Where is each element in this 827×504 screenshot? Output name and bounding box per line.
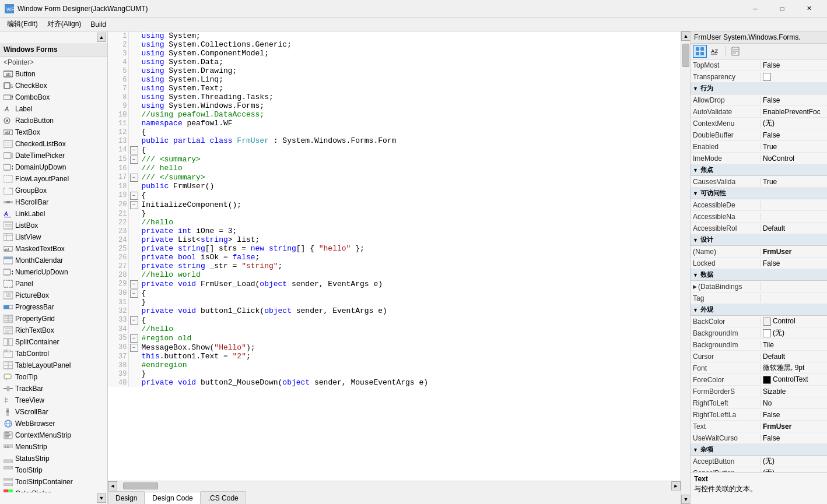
category-design[interactable]: ▼ 设计	[691, 234, 827, 246]
expand-collapse-button[interactable]: −	[130, 174, 138, 182]
category-behavior[interactable]: ▼ 行为	[691, 83, 827, 94]
prop-val-accessiblerole[interactable]: Default	[761, 224, 827, 232]
menu-build[interactable]: Build	[86, 18, 111, 31]
prop-val-contextmenu[interactable]: (无)	[761, 118, 827, 128]
toolbox-item-linklabel[interactable]: A_ LinkLabel	[0, 208, 107, 220]
toolbox-item-label[interactable]: A Label	[0, 103, 107, 115]
prop-val-backgroundimage[interactable]: (无)	[761, 328, 827, 338]
category-appearance[interactable]: ▼ 外观	[691, 304, 827, 316]
prop-val-cursor[interactable]: Default	[761, 353, 827, 361]
toolbox-item-splitcontainer[interactable]: SplitContainer	[0, 336, 107, 348]
expand-collapse-button[interactable]: −	[130, 146, 138, 154]
toolbox-item-webbrowser[interactable]: WebBrowser	[0, 418, 107, 429]
category-focus[interactable]: ▼ 焦点	[691, 164, 827, 176]
toolbox-item-statusstrip[interactable]: StatusStrip	[0, 453, 107, 464]
toolbox-item-tablelayoutpanel[interactable]: TableLayoutPanel	[0, 360, 107, 371]
toolbox-item-hscrollbar[interactable]: HScrollBar	[0, 196, 107, 208]
menu-align[interactable]: 对齐(Align)	[43, 18, 86, 31]
h-scroll-track[interactable]	[117, 481, 671, 491]
prop-val-transparency[interactable]	[761, 72, 827, 81]
expand-collapse-button[interactable]: −	[130, 334, 138, 343]
toolbox-item-groupbox[interactable]: GroupBox	[0, 185, 107, 196]
toolbox-item-progressbar[interactable]: ProgressBar	[0, 301, 107, 313]
editor-content[interactable]: 1using System;2using System.Collections.…	[108, 31, 681, 481]
prop-val-text[interactable]: FrmUser	[761, 422, 827, 431]
prop-val-enabled[interactable]: True	[761, 143, 827, 151]
expand-collapse-button[interactable]: −	[130, 344, 138, 352]
prop-val-allowdrop[interactable]: False	[761, 96, 827, 104]
prop-val-backgroundimagelayout[interactable]: Tile	[761, 341, 827, 349]
expand-collapse-button[interactable]: −	[130, 156, 138, 164]
prop-val-locked[interactable]: False	[761, 259, 827, 267]
toolbox-item-vscrollbar[interactable]: VScrollBar	[0, 406, 107, 418]
toolbox-item-toolstripcontainer[interactable]: ToolStripContainer	[0, 476, 107, 488]
toolbox-item-monthcalendar[interactable]: MonthCalendar	[0, 255, 107, 266]
props-categorized-button[interactable]	[693, 45, 707, 58]
v-scroll-down[interactable]: ▼	[681, 495, 691, 504]
toolbox-item-radiobutton[interactable]: RadioButton	[0, 115, 107, 126]
prop-val-imemode[interactable]: NoControl	[761, 154, 827, 163]
v-scroll-track[interactable]	[681, 41, 690, 495]
toolbox-item-checkedlistbox[interactable]: CheckedListBox	[0, 138, 107, 150]
tab-design-code[interactable]: Design Code	[145, 492, 200, 504]
v-scroll-up[interactable]: ▲	[681, 31, 691, 41]
toolbox-item-richtextbox[interactable]: RichTextBox	[0, 325, 107, 336]
props-alpha-button[interactable]: AZ	[708, 45, 722, 58]
toolbox-pointer[interactable]: <Pointer>	[0, 57, 107, 68]
prop-val-name[interactable]: FrmUser	[761, 248, 827, 256]
prop-val-righttoleft[interactable]: No	[761, 399, 827, 407]
toolbox-item-treeview[interactable]: TreeView	[0, 394, 107, 406]
databindings-expand[interactable]: ▶	[693, 284, 697, 290]
toolbox-item-button[interactable]: ab Button	[0, 68, 107, 80]
prop-val-righttoleftlayout[interactable]: False	[761, 411, 827, 419]
props-page-button[interactable]	[728, 45, 742, 58]
toolbox-scroll-down[interactable]: ▼	[97, 494, 106, 503]
category-accessibility[interactable]: ▼ 可访问性	[691, 188, 827, 199]
toolbox-item-colordialog[interactable]: ColorDialog	[0, 488, 107, 492]
toolbox-item-contextmenustrip[interactable]: ContextMenuStrip	[0, 429, 107, 441]
h-scroll-thumb[interactable]	[123, 482, 158, 489]
toolbox-item-checkbox[interactable]: ☑ CheckBox	[0, 80, 107, 91]
expand-collapse-button[interactable]: −	[130, 316, 138, 325]
toolbox-item-maskedtextbox[interactable]: abl MaskedTextBox	[0, 243, 107, 255]
toolbox-item-listview[interactable]: ListView	[0, 231, 107, 243]
expand-collapse-button[interactable]: −	[130, 192, 138, 200]
tab-design[interactable]: Design	[108, 491, 145, 504]
h-scroll-right[interactable]: ►	[671, 481, 681, 491]
expand-collapse-button[interactable]: −	[130, 280, 138, 288]
toolbox-item-domainupdown[interactable]: ▲▼ DomainUpDown	[0, 161, 107, 173]
transparency-checkbox[interactable]	[763, 73, 771, 81]
toolbox-item-tabcontrol[interactable]: TabControl	[0, 348, 107, 360]
prop-val-backcolor[interactable]: Control	[761, 317, 827, 326]
prop-val-doublebuffer[interactable]: False	[761, 131, 827, 139]
toolbox-item-propertygrid[interactable]: PropertyGrid	[0, 313, 107, 325]
category-misc[interactable]: ▼ 杂项	[691, 444, 827, 456]
toolbox-scroll-up[interactable]: ▲	[97, 33, 106, 42]
toolbox-item-trackbar[interactable]: TrackBar	[0, 383, 107, 394]
toolbox-item-panel[interactable]: Panel	[0, 278, 107, 290]
toolbox-item-datetimepicker[interactable]: DateTimePicker	[0, 150, 107, 161]
prop-val-topmost[interactable]: False	[761, 61, 827, 69]
toolbox-item-tooltip[interactable]: ToolTip	[0, 371, 107, 383]
prop-val-font[interactable]: 微软雅黑, 9pt	[761, 363, 827, 373]
category-data[interactable]: ▼ 数据	[691, 269, 827, 281]
v-scroll-thumb[interactable]	[682, 44, 689, 67]
tab-cs-code[interactable]: .CS Code	[201, 491, 246, 504]
toolbox-item-menustrip[interactable]: ≡ ≡ MenuStrip	[0, 441, 107, 453]
expand-collapse-button[interactable]: −	[130, 290, 138, 298]
prop-val-forecolor[interactable]: ControlText	[761, 375, 827, 384]
toolbox-item-combobox[interactable]: ▼ ComboBox	[0, 91, 107, 103]
menu-edit[interactable]: 编辑(Edit)	[2, 18, 43, 31]
close-button[interactable]: ✕	[796, 0, 822, 17]
minimize-button[interactable]: ─	[742, 0, 769, 17]
maximize-button[interactable]: □	[769, 0, 796, 17]
prop-val-autovalidate[interactable]: EnablePreventFoc	[761, 108, 827, 116]
prop-val-usewaitcursor[interactable]: False	[761, 434, 827, 442]
h-scroll-left[interactable]: ◄	[108, 481, 117, 491]
toolbox-item-picturebox[interactable]: 🖼 PictureBox	[0, 290, 107, 301]
toolbox-item-flowlayoutpanel[interactable]: FlowLayoutPanel	[0, 173, 107, 185]
toolbox-item-toolstrip[interactable]: ToolStrip	[0, 464, 107, 476]
prop-val-causesvalidation[interactable]: True	[761, 178, 827, 186]
toolbox-item-numericupdown[interactable]: ▲▼ NumericUpDown	[0, 266, 107, 278]
expand-collapse-button[interactable]: −	[130, 201, 138, 209]
